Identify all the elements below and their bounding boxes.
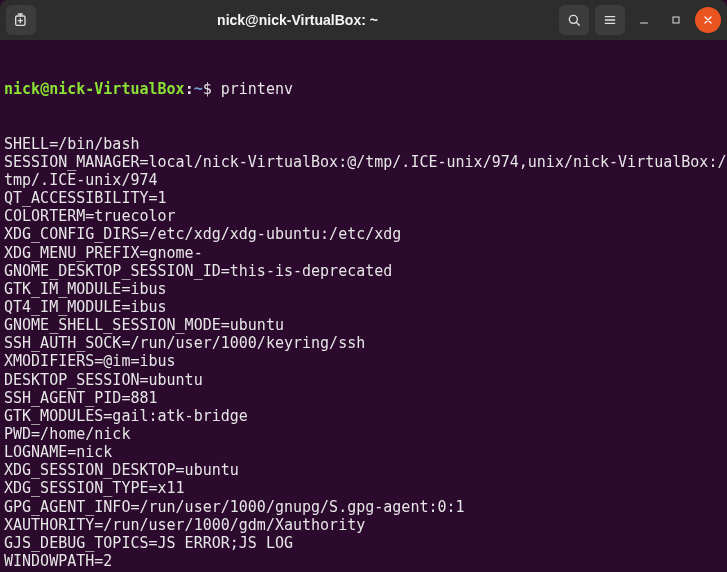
output-line: XDG_SESSION_TYPE=x11: [4, 479, 723, 497]
terminal[interactable]: nick@nick-VirtualBox:~$ printenv SHELL=/…: [0, 40, 727, 572]
prompt-path: ~: [194, 80, 203, 98]
prompt-at: @: [40, 80, 49, 98]
output-line: QT_ACCESSIBILITY=1: [4, 189, 723, 207]
prompt-dollar: $: [203, 80, 212, 98]
output-line: GTK_MODULES=gail:atk-bridge: [4, 407, 723, 425]
output-line: GPG_AGENT_INFO=/run/user/1000/gnupg/S.gp…: [4, 498, 723, 516]
output-line: GNOME_SHELL_SESSION_MODE=ubuntu: [4, 316, 723, 334]
output-line: PWD=/home/nick: [4, 425, 723, 443]
svg-rect-2: [673, 17, 679, 23]
prompt-colon: :: [185, 80, 194, 98]
output-line: SESSION_MANAGER=local/nick-VirtualBox:@/…: [4, 153, 723, 171]
output-line: SHELL=/bin/bash: [4, 135, 723, 153]
output-line: GTK_IM_MODULE=ibus: [4, 280, 723, 298]
prompt-user: nick: [4, 80, 40, 98]
window-title: nick@nick-VirtualBox: ~: [42, 12, 553, 28]
menu-button[interactable]: [595, 5, 625, 35]
output-line: XDG_MENU_PREFIX=gnome-: [4, 244, 723, 262]
prompt-host: nick-VirtualBox: [49, 80, 184, 98]
maximize-button[interactable]: [663, 7, 689, 33]
minimize-button[interactable]: [631, 7, 657, 33]
output-line: SSH_AUTH_SOCK=/run/user/1000/keyring/ssh: [4, 334, 723, 352]
output-line: XAUTHORITY=/run/user/1000/gdm/Xauthority: [4, 516, 723, 534]
terminal-output: SHELL=/bin/bashSESSION_MANAGER=local/nic…: [4, 135, 723, 572]
output-line: GJS_DEBUG_TOPICS=JS ERROR;JS LOG: [4, 534, 723, 552]
titlebar-left: [6, 5, 36, 35]
output-line: XDG_CONFIG_DIRS=/etc/xdg/xdg-ubuntu:/etc…: [4, 225, 723, 243]
output-line: SSH_AGENT_PID=881: [4, 389, 723, 407]
close-button[interactable]: [695, 7, 721, 33]
prompt-line: nick@nick-VirtualBox:~$ printenv: [4, 80, 723, 98]
titlebar-right: [559, 5, 721, 35]
output-line: WINDOWPATH=2: [4, 552, 723, 570]
output-line: GNOME_DESKTOP_SESSION_ID=this-is-depreca…: [4, 262, 723, 280]
new-tab-button[interactable]: [6, 5, 36, 35]
output-line: tmp/.ICE-unix/974: [4, 171, 723, 189]
output-line: XMODIFIERS=@im=ibus: [4, 352, 723, 370]
svg-point-1: [569, 15, 577, 23]
output-line: XDG_SESSION_DESKTOP=ubuntu: [4, 461, 723, 479]
output-line: QT4_IM_MODULE=ibus: [4, 298, 723, 316]
output-line: DESKTOP_SESSION=ubuntu: [4, 371, 723, 389]
command-text: printenv: [221, 80, 293, 98]
search-button[interactable]: [559, 5, 589, 35]
titlebar: nick@nick-VirtualBox: ~: [0, 0, 727, 40]
output-line: LOGNAME=nick: [4, 443, 723, 461]
output-line: COLORTERM=truecolor: [4, 207, 723, 225]
